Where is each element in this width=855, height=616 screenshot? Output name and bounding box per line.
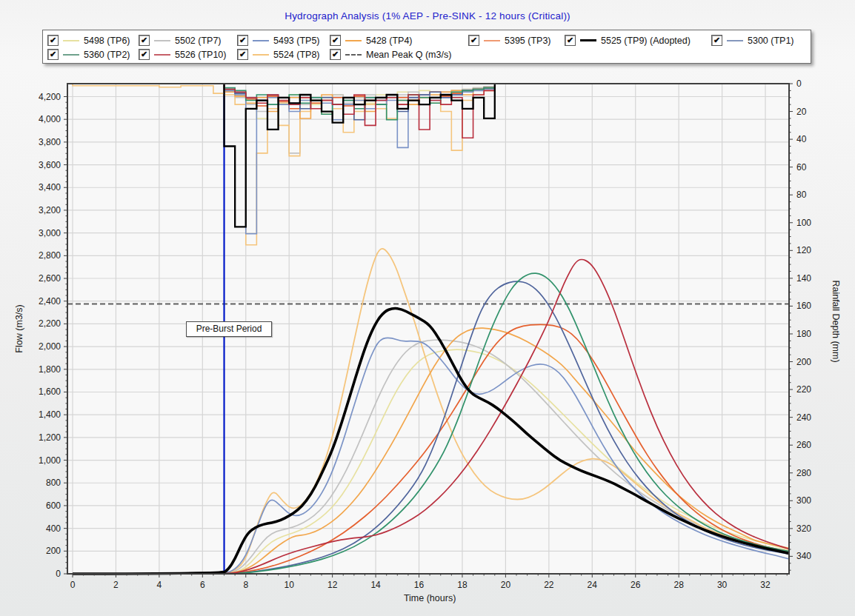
- flow-tick-label: 2,600: [39, 273, 61, 284]
- x-tick-label: 18: [457, 580, 468, 590]
- rain-tick-label: 60: [796, 162, 807, 173]
- x-tick-label: 22: [544, 580, 554, 590]
- flow-axis-title: Flow (m3/s): [14, 304, 24, 352]
- flow-tick-label: 1,600: [39, 386, 61, 397]
- flow-tick-label: 0: [56, 569, 61, 579]
- flow-tick-label: 1,000: [39, 455, 61, 466]
- rain-tick-label: 120: [796, 245, 811, 255]
- rain-axis-title: Rainfall Depth (mm): [831, 280, 841, 362]
- preburst-annotation-label: Pre-Burst Period: [186, 321, 272, 337]
- flow-tick-label: 1,800: [39, 364, 61, 375]
- x-tick-label: 4: [157, 580, 162, 590]
- x-tick-label: 2: [113, 580, 119, 590]
- flow-tick-label: 4,200: [39, 92, 61, 102]
- flow-tick-label: 3,600: [39, 160, 61, 170]
- rain-tick-label: 240: [796, 412, 811, 423]
- flow-tick-label: 600: [46, 500, 61, 511]
- x-tick-label: 32: [760, 580, 771, 590]
- x-tick-label: 10: [285, 580, 295, 590]
- x-tick-label: 28: [673, 580, 684, 590]
- rain-tick-label: 340: [796, 551, 811, 561]
- flow-tick-label: 3,400: [39, 182, 61, 192]
- rain-tick-label: 260: [796, 440, 811, 450]
- plot-background: [67, 84, 789, 574]
- x-tick-label: 12: [327, 580, 338, 590]
- rain-tick-label: 100: [796, 218, 811, 228]
- x-tick-label: 16: [414, 580, 425, 590]
- x-tick-label: 6: [200, 580, 205, 590]
- x-tick-label: 14: [370, 580, 381, 590]
- flow-tick-label: 4,000: [39, 114, 61, 124]
- flow-tick-label: 1,200: [39, 432, 61, 443]
- x-tick-label: 0: [70, 580, 76, 590]
- rain-tick-label: 180: [796, 329, 811, 339]
- rain-tick-label: 20: [796, 107, 807, 117]
- rain-tick-label: 40: [796, 134, 807, 144]
- flow-tick-label: 3,800: [39, 137, 61, 147]
- rain-tick-label: 220: [796, 384, 811, 395]
- x-tick-label: 24: [588, 580, 598, 590]
- flow-tick-label: 1,400: [39, 409, 61, 420]
- rain-tick-label: 80: [796, 190, 807, 200]
- rain-tick-label: 160: [796, 301, 811, 311]
- x-tick-label: 20: [501, 580, 511, 590]
- flow-tick-label: 2,000: [39, 341, 61, 352]
- flow-tick-label: 200: [46, 546, 61, 556]
- x-axis-title: Time (hours): [404, 593, 456, 603]
- x-tick-label: 26: [631, 580, 641, 590]
- rain-tick-label: 140: [796, 273, 811, 284]
- x-tick-label: 8: [243, 580, 248, 590]
- rain-tick-label: 200: [796, 357, 811, 367]
- chart-plot-area: 0246810121416182022242628303202004006008…: [0, 0, 855, 616]
- x-tick-label: 30: [717, 580, 728, 590]
- rain-tick-label: 0: [796, 78, 802, 89]
- rain-tick-label: 280: [796, 468, 811, 478]
- flow-tick-label: 400: [46, 523, 61, 534]
- flow-tick-label: 2,800: [39, 250, 61, 261]
- flow-tick-label: 2,200: [39, 318, 61, 329]
- flow-tick-label: 800: [46, 478, 61, 488]
- flow-tick-label: 3,000: [39, 228, 61, 238]
- flow-tick-label: 3,200: [39, 205, 61, 215]
- rain-tick-label: 300: [796, 495, 811, 506]
- flow-tick-label: 2,400: [39, 296, 61, 307]
- rain-tick-label: 320: [796, 523, 811, 534]
